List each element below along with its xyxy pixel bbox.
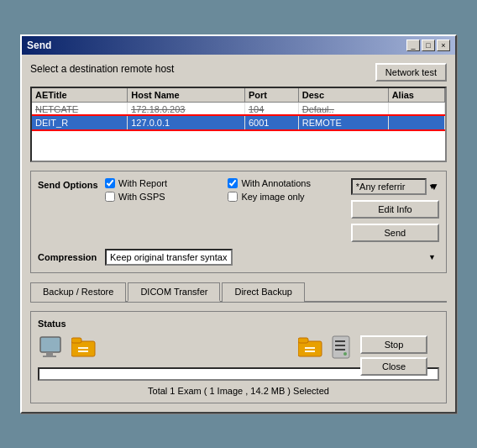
- with-report-option[interactable]: With Report: [105, 178, 219, 188]
- with-gsps-label: With GSPS: [118, 192, 165, 202]
- svg-rect-12: [335, 340, 345, 342]
- top-area: Select a destination remote host Network…: [30, 63, 447, 82]
- status-label: Status: [38, 319, 439, 329]
- cell-port: 104: [244, 103, 298, 117]
- options-row: Send Options With Report With Annotation…: [38, 178, 439, 242]
- svg-rect-10: [305, 350, 315, 352]
- status-icons-left: [38, 335, 98, 359]
- compression-select[interactable]: Keep original transfer syntax No compres…: [105, 249, 233, 266]
- window-controls: _ □ ×: [406, 40, 450, 51]
- with-gsps-checkbox[interactable]: [105, 192, 115, 202]
- host-list: AETitle Host Name Port Desc Alias NETGAT…: [32, 88, 445, 129]
- svg-rect-5: [78, 347, 88, 349]
- cell-desc: Defaul..: [298, 103, 388, 117]
- server-icon-box: [328, 335, 355, 359]
- edit-info-button[interactable]: Edit Info: [351, 200, 439, 219]
- with-report-checkbox[interactable]: [105, 178, 115, 188]
- server-icon: [331, 335, 353, 359]
- status-group: Status: [30, 311, 447, 403]
- svg-rect-13: [335, 345, 345, 346]
- with-annotations-option[interactable]: With Annotations: [228, 178, 342, 188]
- svg-rect-2: [43, 356, 56, 357]
- network-test-button[interactable]: Network test: [375, 63, 447, 82]
- key-image-option[interactable]: Key image only: [228, 192, 342, 202]
- monitor-icon-box: [38, 335, 65, 359]
- send-options-label: Send Options: [38, 178, 105, 190]
- send-options-area: Send Options With Report With Annotation…: [30, 171, 447, 273]
- col-aetitle: AETitle: [32, 88, 128, 103]
- monitor-icon: [39, 336, 63, 358]
- referrer-dropdown-wrapper: *Any referrir ▼: [351, 178, 439, 195]
- cell-hostname: 127.0.0.1: [128, 116, 245, 129]
- host-table: AETitle Host Name Port Desc Alias NETGAT…: [30, 87, 447, 162]
- checkboxes-grid: With Report With Annotations With GSPS K…: [105, 178, 343, 202]
- col-hostname: Host Name: [128, 88, 245, 103]
- svg-rect-0: [40, 337, 60, 352]
- folder1-icon-box: [71, 335, 98, 359]
- with-report-label: With Report: [118, 178, 167, 188]
- status-icons-right: [298, 335, 355, 359]
- tabs-bar: Backup / Restore DICOM Transfer Direct B…: [30, 282, 447, 303]
- svg-rect-6: [78, 350, 88, 352]
- with-annotations-checkbox[interactable]: [228, 178, 238, 188]
- svg-rect-4: [71, 338, 81, 343]
- cell-port: 6001: [244, 116, 298, 129]
- folder2-icon: [298, 335, 325, 359]
- with-annotations-label: With Annotations: [241, 178, 311, 188]
- compression-label: Compression: [38, 252, 105, 262]
- cell-aetitle: NETGATE: [32, 103, 128, 117]
- referrer-select[interactable]: *Any referrir: [351, 178, 427, 195]
- bottom-action-buttons: Stop Close: [360, 335, 427, 376]
- maximize-button[interactable]: □: [422, 40, 435, 51]
- host-table-container: AETitle Host Name Port Desc Alias NETGAT…: [30, 87, 447, 162]
- send-dialog: Send _ □ × Select a destination remote h…: [20, 34, 457, 414]
- cell-hostname: 172.18.0.203: [128, 103, 245, 117]
- close-button[interactable]: ×: [437, 40, 450, 51]
- window-title: Send: [27, 40, 51, 51]
- col-desc: Desc: [298, 88, 388, 103]
- status-area: Status: [30, 311, 447, 403]
- close-button[interactable]: Close: [360, 357, 427, 376]
- col-port: Port: [244, 88, 298, 103]
- table-row[interactable]: DEIT_R 127.0.0.1 6001 REMOTE: [32, 116, 445, 129]
- minimize-button[interactable]: _: [406, 40, 420, 51]
- cell-alias: [388, 116, 444, 129]
- table-header-row: AETitle Host Name Port Desc Alias: [32, 88, 445, 103]
- status-text: Total 1 Exam ( 1 Image , 14.2 MB ) Selec…: [38, 386, 439, 396]
- status-bottom: Total 1 Exam ( 1 Image , 14.2 MB ) Selec…: [38, 335, 439, 396]
- folder-icon: [71, 335, 98, 359]
- svg-rect-8: [298, 338, 308, 343]
- cell-alias: [388, 103, 444, 117]
- col-alias: Alias: [388, 88, 444, 103]
- referrer-dropdown-icon: ▼: [429, 181, 439, 192]
- cell-desc: REMOTE: [298, 116, 388, 129]
- key-image-label: Key image only: [241, 192, 304, 202]
- with-gsps-option[interactable]: With GSPS: [105, 192, 219, 202]
- table-row[interactable]: NETGATE 172.18.0.203 104 Defaul..: [32, 103, 445, 117]
- folder2-icon-box: [298, 335, 325, 359]
- svg-rect-1: [46, 352, 53, 356]
- key-image-checkbox[interactable]: [228, 192, 238, 202]
- compression-row: Compression Keep original transfer synta…: [38, 249, 439, 266]
- right-action-buttons: *Any referrir ▼ Edit Info Send: [351, 178, 439, 242]
- select-label: Select a destination remote host: [30, 63, 174, 75]
- tab-direct-backup[interactable]: Direct Backup: [222, 282, 304, 302]
- dialog-content: Select a destination remote host Network…: [22, 55, 455, 412]
- tab-backup-restore[interactable]: Backup / Restore: [30, 282, 126, 302]
- send-button[interactable]: Send: [351, 224, 439, 242]
- svg-rect-14: [335, 349, 345, 350]
- svg-rect-11: [333, 336, 349, 358]
- title-bar: Send _ □ ×: [22, 36, 455, 55]
- stop-button[interactable]: Stop: [360, 335, 427, 354]
- svg-rect-9: [305, 347, 315, 349]
- tab-dicom-transfer[interactable]: DICOM Transfer: [128, 282, 220, 302]
- cell-aetitle: DEIT_R: [32, 116, 128, 129]
- compression-select-wrapper: Keep original transfer syntax No compres…: [105, 249, 439, 266]
- svg-point-15: [343, 352, 347, 356]
